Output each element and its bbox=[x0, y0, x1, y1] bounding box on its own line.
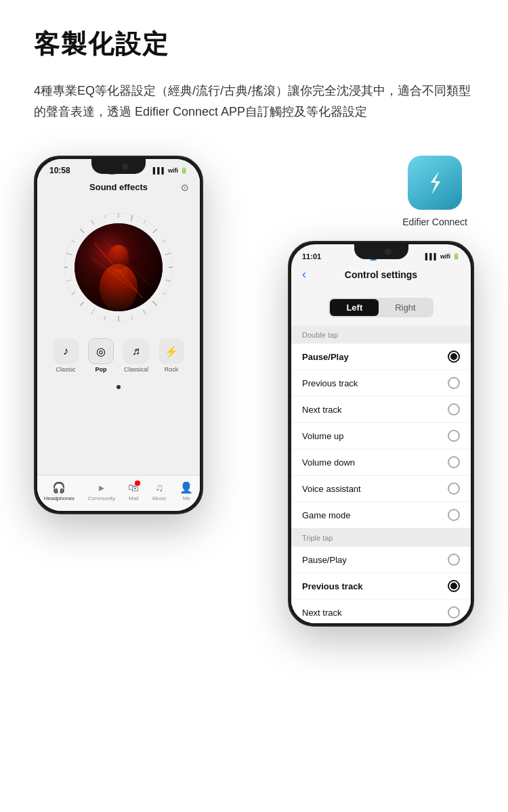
double-tap-options: Pause/Play Previous track Next track bbox=[291, 343, 471, 528]
prev-track-label: Previous track bbox=[302, 378, 358, 388]
svg-line-6 bbox=[165, 253, 171, 254]
svg-line-16 bbox=[80, 302, 83, 306]
right-phone-screen: 11:01 👤 ▌▌▌ wifi 🔋 ‹ Control settings bbox=[291, 244, 471, 623]
svg-line-8 bbox=[166, 280, 171, 281]
right-phone: 11:01 👤 ▌▌▌ wifi 🔋 ‹ Control settings bbox=[288, 241, 474, 627]
me-icon: 👤 bbox=[179, 481, 193, 494]
signal-icon: ▌▌▌ bbox=[153, 167, 166, 174]
headphones-icon: 🎧 bbox=[52, 481, 66, 494]
notch-camera bbox=[122, 163, 129, 170]
nav-me[interactable]: 👤 Me bbox=[179, 481, 193, 501]
svg-line-22 bbox=[80, 229, 84, 233]
control-screen: 11:01 👤 ▌▌▌ wifi 🔋 ‹ Control settings bbox=[291, 244, 471, 623]
eq-rock-icon: ⚡ bbox=[158, 338, 184, 364]
page-description: 4種專業EQ等化器設定（經典/流行/古典/搖滾）讓你完全沈浸其中，適合不同類型的… bbox=[34, 81, 474, 122]
status-icons: ▌▌▌ wifi 🔋 bbox=[153, 167, 188, 174]
svg-line-24 bbox=[104, 215, 105, 219]
back-button[interactable]: ‹ bbox=[302, 267, 306, 281]
nav-music[interactable]: ♫ Music bbox=[152, 482, 167, 501]
right-phone-time: 11:01 bbox=[302, 252, 321, 261]
setting-row-volume-up[interactable]: Volume up bbox=[291, 423, 471, 449]
left-phone-screen: 10:58 👤 ▌▌▌ wifi 🔋 Sound effects ⊙ bbox=[37, 159, 200, 511]
svg-line-4 bbox=[153, 229, 157, 233]
eq-preset-classic[interactable]: ♪ Classic bbox=[53, 338, 79, 373]
right-phone-notch bbox=[354, 244, 408, 259]
album-container bbox=[37, 196, 200, 332]
wifi-icon: wifi bbox=[168, 167, 178, 174]
eq-classic-icon: ♪ bbox=[53, 338, 79, 364]
svg-line-11 bbox=[144, 310, 146, 314]
control-nav-bar: ‹ Control settings bbox=[291, 265, 471, 287]
battery-icon: 🔋 bbox=[180, 167, 188, 174]
triple-prev-track-label: Previous track bbox=[302, 581, 363, 591]
setting-row-volume-down[interactable]: Volume down bbox=[291, 449, 471, 476]
left-phone-time: 10:58 bbox=[49, 166, 70, 175]
settings-icon[interactable]: ⊙ bbox=[181, 182, 189, 193]
svg-line-5 bbox=[163, 240, 165, 242]
next-track-radio[interactable] bbox=[448, 403, 460, 415]
nav-community[interactable]: ▸ Community bbox=[88, 481, 115, 501]
svg-line-3 bbox=[144, 221, 146, 224]
triple-prev-track-radio[interactable] bbox=[448, 580, 460, 592]
setting-row-voice-assistant[interactable]: Voice assistant bbox=[291, 476, 471, 502]
eq-preset-rock[interactable]: ⚡ Rock bbox=[158, 338, 184, 373]
volume-down-radio[interactable] bbox=[448, 456, 460, 468]
triple-tap-header: Triple tap bbox=[291, 528, 471, 546]
lr-toggle: Left Right bbox=[291, 298, 471, 317]
setting-row-next-track[interactable]: Next track bbox=[291, 397, 471, 423]
triple-next-track-radio[interactable] bbox=[448, 606, 460, 618]
right-battery-icon: 🔋 bbox=[452, 253, 460, 260]
left-toggle-button[interactable]: Left bbox=[330, 299, 379, 316]
setting-row-pause-play[interactable]: Pause/Play bbox=[291, 343, 471, 370]
nav-headphones-label: Headphones bbox=[44, 495, 75, 501]
svg-line-23 bbox=[91, 221, 94, 225]
triple-radio-inner bbox=[450, 583, 457, 589]
double-tap-header: Double tap bbox=[291, 325, 471, 343]
album-image bbox=[75, 223, 163, 311]
page-dots bbox=[37, 380, 200, 394]
triple-pause-play-radio[interactable] bbox=[448, 554, 460, 566]
eq-presets: ♪ Classic ◎ Pop ♬ Classical ⚡ Rock bbox=[37, 332, 200, 380]
triple-pause-play-row[interactable]: Pause/Play bbox=[291, 546, 471, 573]
game-mode-radio[interactable] bbox=[448, 509, 460, 521]
eq-rock-label: Rock bbox=[165, 366, 179, 373]
dot-1 bbox=[117, 385, 121, 389]
edifier-connect-icon bbox=[408, 156, 462, 210]
game-mode-label: Game mode bbox=[302, 510, 351, 520]
volume-up-label: Volume up bbox=[302, 431, 343, 441]
next-track-label: Next track bbox=[302, 405, 342, 415]
pause-play-radio[interactable] bbox=[448, 351, 460, 363]
voice-assistant-radio[interactable] bbox=[448, 482, 460, 495]
right-toggle-button[interactable]: Right bbox=[379, 299, 431, 316]
edifier-connect-label: Edifier Connect bbox=[402, 217, 467, 227]
triple-prev-track-row[interactable]: Previous track bbox=[291, 573, 471, 600]
triple-next-track-row[interactable]: Next track bbox=[291, 600, 471, 623]
left-phone-screen-title: Sound effects bbox=[89, 182, 148, 192]
nav-community-label: Community bbox=[88, 495, 115, 501]
eq-pop-icon: ◎ bbox=[88, 338, 114, 364]
svg-line-17 bbox=[72, 292, 75, 294]
page-container: 客製化設定 4種專業EQ等化器設定（經典/流行/古典/搖滾）讓你完全沈浸其中，適… bbox=[0, 0, 508, 812]
eq-classical-icon: ♬ bbox=[123, 338, 149, 364]
music-icon: ♫ bbox=[155, 482, 163, 494]
eq-classic-label: Classic bbox=[56, 366, 75, 373]
edifier-connect-wrapper: Edifier Connect bbox=[402, 156, 467, 227]
nav-mall[interactable]: 🛍 Mall bbox=[128, 482, 139, 501]
eq-preset-pop[interactable]: ◎ Pop bbox=[88, 338, 114, 373]
eq-pop-label: Pop bbox=[96, 366, 107, 373]
svg-line-21 bbox=[72, 240, 75, 242]
svg-line-15 bbox=[91, 309, 95, 315]
page-title: 客製化設定 bbox=[34, 27, 474, 62]
community-icon: ▸ bbox=[99, 481, 104, 494]
prev-track-radio[interactable] bbox=[448, 377, 460, 389]
volume-down-label: Volume down bbox=[302, 457, 355, 468]
eq-preset-classical[interactable]: ♬ Classical bbox=[123, 338, 149, 373]
setting-row-game-mode[interactable]: Game mode bbox=[291, 502, 471, 528]
volume-up-radio[interactable] bbox=[448, 430, 460, 442]
nav-headphones[interactable]: 🎧 Headphones bbox=[44, 481, 75, 501]
right-status-icons: ▌▌▌ wifi 🔋 bbox=[425, 253, 460, 260]
setting-row-prev-track[interactable]: Previous track bbox=[291, 370, 471, 397]
svg-line-18 bbox=[66, 280, 72, 281]
eq-classical-label: Classical bbox=[124, 366, 148, 373]
left-phone-title-bar: Sound effects ⊙ bbox=[37, 178, 200, 196]
